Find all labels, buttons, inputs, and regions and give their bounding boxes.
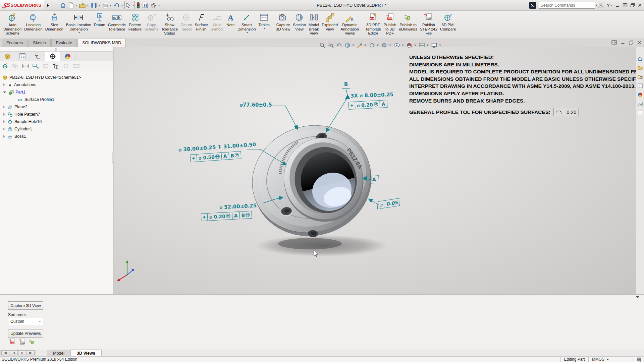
ribbon-button-smart-dimension[interactable]: Smart Dimension [236, 11, 257, 34]
tree-item-part1[interactable]: Part1 [0, 88, 113, 96]
help-button[interactable]: ? [607, 2, 613, 8]
datum-target-icon[interactable] [63, 63, 69, 69]
open-button[interactable] [78, 1, 89, 9]
expand-arrow-icon[interactable] [3, 120, 5, 123]
tab-3d-views[interactable]: 3D Views [71, 350, 102, 356]
prev-tab-button[interactable] [10, 350, 18, 355]
tree-item-boss1[interactable]: Boss1 [0, 133, 113, 140]
first-tab-button[interactable] [1, 350, 9, 355]
datum-a-label[interactable]: A [370, 175, 379, 184]
tree-root-part[interactable]: PB12-6, LSD HYD Cover<Scheme51> [0, 74, 113, 81]
zoom-area-button[interactable] [328, 42, 334, 48]
ribbon-button-section-view[interactable]: Section View [291, 11, 307, 32]
tab-property-manager[interactable] [15, 52, 30, 61]
new-document-button[interactable] [68, 1, 77, 9]
appearances-icon[interactable] [637, 92, 643, 98]
dimension-77-60[interactable]: ⌀77.60±0.5 [240, 102, 272, 108]
dynamic-annotation-views-button[interactable]: A [357, 42, 366, 48]
basic-dimension-icon[interactable] [43, 63, 49, 69]
cascade-windows-button[interactable] [630, 3, 635, 7]
tab-dimxpert-manager[interactable] [45, 52, 60, 61]
ribbon-button-location-dimension[interactable]: xxxLocation Dimension [23, 11, 44, 32]
ribbon-button-pattern-feature[interactable]: Pattern Feature [127, 11, 143, 32]
sort-order-select[interactable]: Custom [8, 318, 43, 325]
design-library-icon[interactable] [637, 65, 643, 70]
search-commands-input[interactable] [539, 3, 594, 8]
ribbon-button-exploded-view[interactable]: Exploded View [320, 11, 339, 32]
view-settings-button[interactable] [431, 42, 441, 48]
hide-show-items-button[interactable] [393, 42, 404, 48]
tree-item-simple-hole16[interactable]: Simple Hole16 [0, 118, 113, 125]
expand-arrow-icon[interactable] [3, 106, 5, 108]
tree-item-plane2[interactable]: Plane2 [0, 103, 113, 111]
ribbon-button-note[interactable]: ANote [225, 11, 236, 27]
next-tab-button[interactable] [18, 350, 26, 355]
pattern-dimension-icon[interactable] [12, 63, 19, 69]
select-button[interactable] [124, 1, 135, 9]
ribbon-button-auto-dimension-scheme[interactable]: Auto Dimension Scheme [2, 11, 23, 36]
tab-display-manager[interactable] [60, 52, 75, 61]
doc-close-icon[interactable] [637, 41, 641, 45]
location-dimension-icon[interactable] [22, 63, 29, 69]
ribbon-button-3d-pmi-compare[interactable]: ?3D PMI Compare [439, 11, 457, 32]
status-units[interactable]: MMGS [592, 357, 604, 362]
save-button[interactable] [90, 1, 101, 9]
print-button[interactable] [102, 1, 112, 9]
ribbon-button-datum[interactable]: ADatum [93, 11, 107, 27]
tab-model[interactable]: Model [47, 350, 71, 356]
tags-globe-icon[interactable] [636, 357, 642, 362]
view-orientation-button[interactable] [369, 42, 379, 48]
expand-arrow-icon[interactable] [3, 113, 5, 116]
auto-dimension-icon[interactable] [2, 63, 9, 69]
panel-splitter-dot[interactable] [55, 48, 57, 51]
zoom-fit-button[interactable] [319, 42, 325, 48]
collapse-arrow-icon[interactable] [3, 92, 6, 93]
display-style-button[interactable] [381, 42, 391, 48]
tree-item-surface-profile1[interactable]: Surface Profile1 [0, 96, 113, 103]
section-view-button[interactable] [344, 42, 354, 48]
doc-minimize-icon[interactable] [621, 41, 625, 44]
scenes-icon[interactable] [637, 101, 643, 107]
show-tolerance-status-icon[interactable] [52, 63, 60, 69]
expand-arrow-icon[interactable] [3, 83, 5, 86]
minimize-button[interactable] [615, 3, 620, 7]
expand-arrow-icon[interactable] [3, 128, 5, 130]
tree-item-annotations[interactable]: A Annotations [0, 81, 113, 88]
file-explorer-icon[interactable] [637, 74, 643, 79]
datum-b-label[interactable]: B [342, 80, 350, 89]
tree-item-hole-pattern7[interactable]: Hole Pattern7 [0, 111, 113, 118]
units-caret-icon[interactable] [606, 359, 609, 360]
tab-sketch[interactable]: Sketch [28, 39, 50, 47]
tab-configuration-manager[interactable] [30, 52, 45, 61]
edit-appearance-button[interactable] [406, 42, 416, 48]
solidworks-logo[interactable]: ƷS SOLIDWORKS [0, 0, 44, 10]
ribbon-button-model-break-view[interactable]: Model Break View [307, 11, 320, 36]
update-previews-button[interactable]: Update Previews [8, 329, 43, 338]
ribbon-button-publish-to-edrawings[interactable]: ePublish to eDrawings [398, 11, 419, 32]
ribbon-button-tables[interactable]: Tables [257, 11, 271, 29]
restore-button[interactable] [623, 3, 628, 7]
leader-note-icon[interactable] [32, 63, 40, 69]
user-account-button[interactable] [598, 2, 604, 8]
options-button[interactable] [150, 1, 160, 9]
logo-flyout-arrow-icon[interactable] [47, 4, 49, 7]
home-button[interactable] [59, 1, 67, 9]
ribbon-button-capture-3d-view[interactable]: 3DCapture 3D View [275, 11, 292, 32]
doc-restore-icon[interactable] [629, 41, 633, 45]
tab-features[interactable]: Features [2, 39, 28, 47]
close-button[interactable] [638, 3, 642, 7]
tree-item-cylinder1[interactable]: Cylinder1 [0, 125, 113, 133]
tolerance-frame-icon[interactable] [72, 63, 80, 69]
publish-3d-pdf-icon[interactable]: PDF [9, 338, 16, 345]
graphics-viewport[interactable]: PB12-6A [114, 47, 636, 294]
command-prompt-icon[interactable] [529, 2, 536, 9]
view-palette-icon[interactable] [637, 83, 643, 88]
ribbon-button-publish-step-242[interactable]: STEPPublish STEP 242 File [419, 11, 439, 36]
custom-properties-icon[interactable] [637, 110, 643, 116]
performance-button[interactable] [136, 1, 141, 9]
properties-button[interactable] [142, 1, 149, 9]
expand-arrow-icon[interactable] [3, 135, 5, 138]
publish-step-icon[interactable]: STEP [19, 338, 26, 345]
ribbon-button-publish-to-3d-pdf[interactable]: PDFPublish to 3D PDF [382, 11, 398, 36]
undo-button[interactable] [113, 1, 123, 9]
